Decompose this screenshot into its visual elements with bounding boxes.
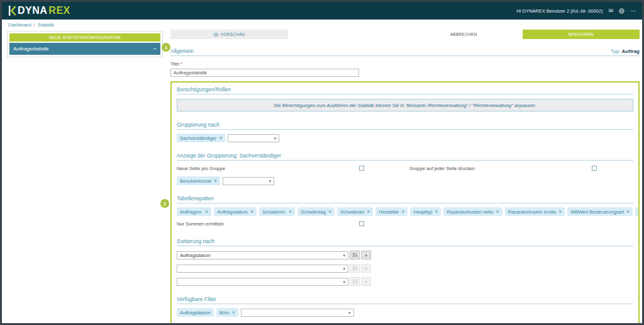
chip-remove-icon[interactable]: ×: [496, 208, 499, 215]
section-heading-allgemein: Allgemein Typ: Auftrag: [170, 48, 640, 56]
statistics-sidebar: NEUE STATISTIKKONFIGURATION Auftragsstat…: [7, 31, 163, 57]
grouping-add-select[interactable]: ▾: [228, 134, 279, 142]
sort-remove-button-3[interactable]: ×: [361, 277, 371, 286]
grouping-chips: Sachverständiger×: [177, 134, 228, 142]
filters-add-select[interactable]: ▾: [241, 309, 354, 317]
sort-field-select-1[interactable]: Auftragsdatum ▾: [177, 251, 348, 259]
sort-direction-button-3[interactable]: [350, 277, 360, 286]
chip-remove-icon[interactable]: ×: [435, 208, 438, 215]
chip-remove-icon[interactable]: ×: [289, 208, 292, 215]
filter-chip[interactable]: Sachverständiger×: [177, 134, 225, 142]
filter-chip[interactable]: Benutzerkürzel×: [177, 176, 220, 185]
sort-direction-button-1[interactable]: [350, 251, 360, 259]
new-statistic-config-button[interactable]: NEUE STATISTIKKONFIGURATION: [9, 33, 160, 42]
chevron-down-icon: ▾: [269, 179, 271, 183]
only-sums-checkbox[interactable]: [359, 221, 364, 226]
sort-remove-button-1[interactable]: ×: [361, 251, 371, 259]
section-heading-berechtigungen: Berechtigungen/Rollen: [177, 86, 633, 94]
app-header: DYNAREX Hi DYNAREX Benutzer 2 (Kd.-Nr. 0…: [2, 2, 642, 20]
chip-label: Reparaturkosten brutto: [508, 209, 557, 215]
sort-order-icon: [352, 253, 357, 258]
sidebar-item-label: Auftragsstatistik: [13, 46, 48, 52]
brand-logo: DYNAREX: [8, 5, 70, 16]
save-button[interactable]: SPEICHERN: [523, 30, 640, 39]
section-heading-anzeige-gruppierung: Anzeige der Gruppierung: Sachverständige…: [177, 152, 633, 161]
table-columns-chip-row: Auftragsnr.×Auftragsdatum×Schadennr.×Sch…: [177, 207, 633, 216]
remove-x-icon: ×: [365, 253, 368, 258]
filter-chip[interactable]: Schadenart×: [337, 207, 373, 216]
grouping-display-chips: Benutzerkürzel×: [177, 176, 223, 185]
section-heading-gruppierung: Gruppierung nach: [177, 122, 633, 130]
chip-remove-icon[interactable]: ×: [214, 178, 217, 184]
chip-remove-icon[interactable]: ×: [250, 208, 253, 215]
chip-remove-icon[interactable]: ×: [367, 208, 370, 215]
chip-remove-icon[interactable]: ×: [232, 309, 235, 316]
filter-chip[interactable]: Büro×: [216, 308, 238, 317]
grouping-display-add-select[interactable]: ▾: [223, 177, 274, 185]
breadcrumb-separator: /: [34, 22, 35, 28]
chip-label: Hersteller: [379, 209, 399, 215]
title-field-label: Titel *: [170, 61, 640, 67]
remove-x-icon: ×: [365, 266, 368, 271]
chip-label: Auftragsdatum: [217, 209, 248, 215]
filter-chip[interactable]: Auftragsdatum×: [214, 207, 257, 216]
filter-chip[interactable]: Hersteller×: [375, 207, 408, 216]
print-group-checkbox[interactable]: [592, 166, 597, 171]
table-column-chips: Auftragsnr.×Auftragsdatum×Schadennr.×Sch…: [177, 207, 640, 216]
cancel-button[interactable]: ABBRECHEN: [405, 30, 523, 39]
sort-field-select-2[interactable]: ▾: [177, 265, 348, 273]
chevron-down-icon: ▾: [274, 136, 277, 140]
type-label: Typ:: [611, 48, 620, 54]
required-asterisk: *: [180, 61, 182, 67]
section-heading-sortierung: Sortierung nach: [177, 238, 633, 246]
config-toolbar: VORSCHAU ABBRECHEN SPEICHERN: [170, 30, 640, 39]
filter-chip[interactable]: Reparaturkosten brutto×: [505, 207, 565, 216]
filter-chip[interactable]: Haupttyp×: [410, 207, 441, 216]
chip-label: Auftragsdatum: [180, 310, 211, 316]
section-heading-verfuegbare-filter: Verfügbare Filter: [177, 296, 633, 304]
filter-chip[interactable]: Auftragsdatum: [177, 308, 214, 317]
new-page-per-group-label: Neue Seite pro Gruppe: [177, 166, 225, 171]
logo-text-accent: REX: [48, 5, 70, 16]
only-sums-row: Nur Summen ermitteln: [177, 220, 633, 228]
header-actions: Hi DYNAREX Benutzer 2 (Kd.-Nr. 00002) ✉ …: [516, 8, 636, 14]
print-group-label: Gruppe auf jeder Seite drucken: [409, 166, 475, 171]
chip-remove-icon[interactable]: ×: [219, 135, 222, 141]
collapse-minus-icon[interactable]: −: [153, 45, 157, 52]
filter-chip[interactable]: Schadentag×: [297, 207, 335, 216]
chip-remove-icon[interactable]: ×: [205, 208, 208, 215]
grouping-chip-row: Sachverständiger× ▾: [177, 134, 633, 142]
filter-chips: AuftragsdatumBüro×: [177, 308, 241, 317]
filter-chip[interactable]: WBWert Besteuerungsart×: [567, 207, 633, 216]
chip-remove-icon[interactable]: ×: [558, 208, 562, 215]
type-value[interactable]: Auftrag: [622, 48, 640, 54]
select-value: Auftragsdatum: [180, 253, 211, 258]
preview-button-label: VORSCHAU: [221, 32, 245, 37]
sidebar-item-auftragsstatistik[interactable]: Auftragsstatistik −: [9, 43, 160, 55]
preview-button[interactable]: VORSCHAU: [170, 30, 288, 39]
sort-field-select-3[interactable]: ▾: [177, 278, 348, 286]
new-page-per-group-checkbox[interactable]: [359, 166, 364, 171]
breadcrumb: Dashboard / Statistik: [2, 20, 642, 30]
mail-icon[interactable]: ✉: [608, 8, 613, 14]
more-icon[interactable]: ⋯: [630, 8, 636, 14]
sort-direction-button-2[interactable]: [350, 264, 360, 273]
chevron-down-icon: ▾: [348, 311, 351, 315]
sort-remove-button-2[interactable]: ×: [361, 264, 371, 273]
breadcrumb-link-dashboard[interactable]: Dashboard: [8, 22, 31, 28]
filter-chip[interactable]: Auftragsnr.×: [177, 207, 211, 216]
filter-chip[interactable]: Reparaturkosten netto×: [443, 207, 502, 216]
breadcrumb-link-statistik[interactable]: Statistik: [38, 22, 54, 28]
filter-chip[interactable]: Schadennr.×: [259, 207, 295, 216]
chip-remove-icon[interactable]: ×: [328, 208, 331, 215]
chip-remove-icon[interactable]: ×: [626, 208, 630, 215]
chip-label: Sachverständiger: [180, 135, 216, 141]
globe-icon[interactable]: [619, 8, 625, 14]
sort-order-icon: [352, 266, 357, 271]
filter-chip[interactable]: WBWert brutto×: [635, 207, 640, 216]
chip-remove-icon[interactable]: ×: [401, 208, 404, 215]
sort-row-1: Auftragsdatum ▾ ×: [177, 251, 633, 259]
chip-label: WBWert brutto: [638, 209, 640, 215]
title-input[interactable]: Auftragsstatistik: [170, 69, 359, 77]
only-sums-label: Nur Summen ermitteln: [177, 221, 224, 227]
